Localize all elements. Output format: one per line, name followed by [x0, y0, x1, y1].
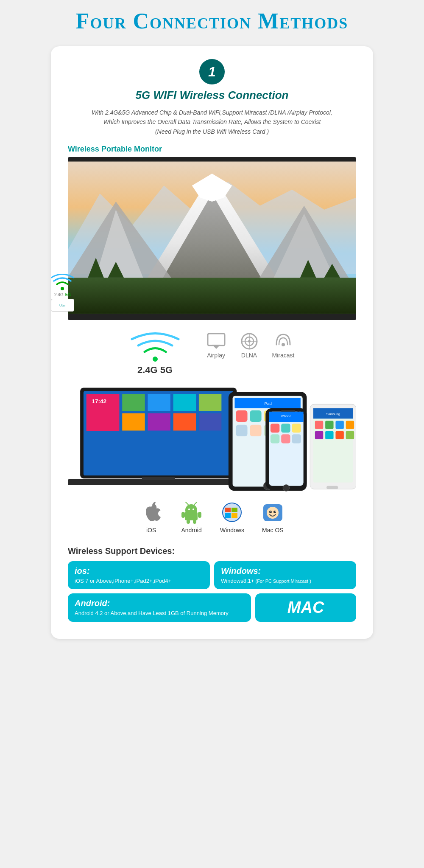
devices-mockup: 17:42 iPad [68, 382, 356, 492]
svg-point-100 [275, 511, 276, 512]
svg-point-23 [282, 343, 285, 346]
svg-rect-84 [185, 512, 198, 520]
support-ios-desc: iOS 7 or Above,iPhone+,iPad2+,iPod4+ [75, 578, 203, 584]
svg-rect-94 [232, 513, 237, 518]
svg-rect-62 [271, 434, 279, 443]
svg-rect-88 [193, 520, 196, 524]
support-row-bottom: Android: Android 4.2 or Above,and Have L… [68, 593, 356, 622]
svg-text:17:42: 17:42 [92, 399, 106, 405]
page-title: Four Connection Methods [51, 8, 373, 34]
svg-rect-36 [68, 479, 249, 485]
svg-rect-92 [232, 508, 237, 512]
support-mac-label: MAC [287, 598, 324, 617]
svg-text:iPhone: iPhone [281, 415, 291, 419]
os-windows: Windows [220, 501, 244, 534]
ios-label: iOS [146, 527, 156, 534]
wifi-24g-label: 2.4G [54, 292, 64, 297]
svg-line-83 [194, 502, 197, 505]
svg-rect-72 [335, 421, 343, 429]
monitor-image: 2.4G 5G Utar [68, 157, 356, 320]
svg-rect-87 [187, 520, 190, 524]
airplay-item: Airplay [206, 333, 226, 359]
svg-text:iPad: iPad [263, 401, 271, 406]
support-windows-title: Windows: [221, 566, 349, 576]
dlna-icon [239, 333, 259, 350]
svg-rect-54 [269, 412, 304, 486]
svg-point-97 [269, 511, 272, 513]
wifi-big-icon: 2.4G 5G [130, 329, 181, 376]
svg-rect-73 [346, 421, 354, 429]
svg-rect-31 [173, 394, 196, 411]
svg-point-65 [283, 485, 290, 492]
wifi-band-labels: 2.4G 5G [54, 292, 71, 297]
svg-point-14 [61, 287, 64, 290]
svg-rect-37 [142, 477, 175, 480]
wifi-usb-device: Utar [51, 299, 74, 312]
svg-rect-86 [198, 512, 201, 518]
dlna-label: DLNA [241, 352, 257, 359]
svg-point-99 [271, 511, 271, 512]
monitor-label: Wireless Portable Monitor [68, 145, 356, 154]
section-subtitle: 5G WIFI Wireless Connection [68, 89, 356, 102]
svg-rect-48 [250, 425, 261, 436]
os-ios: iOS [139, 501, 163, 534]
svg-rect-70 [315, 421, 323, 429]
svg-rect-85 [181, 512, 185, 518]
support-box-windows: Windows: Windows8.1+ (For PC Support Mir… [214, 561, 356, 589]
svg-rect-74 [315, 431, 323, 439]
support-ios-title: ios: [75, 566, 203, 576]
svg-rect-91 [225, 508, 231, 512]
svg-text:Samsung: Samsung [326, 412, 340, 416]
svg-rect-34 [199, 413, 221, 431]
svg-rect-33 [199, 394, 221, 411]
svg-rect-28 [122, 413, 145, 431]
support-windows-version: Windows8.1+ [221, 578, 254, 584]
support-android-title: Android: [75, 598, 244, 608]
support-windows-note: (For PC Support Miracast ) [254, 579, 311, 584]
svg-point-98 [273, 511, 276, 513]
section-1-card: 1 5G WIFI Wireless Connection With 2.4G&… [51, 46, 373, 639]
svg-rect-16 [208, 334, 225, 346]
protocol-icons: Airplay DLNA [206, 333, 295, 359]
wifi-signal-icon [51, 274, 74, 292]
section-number-wrapper: 1 [68, 59, 356, 84]
airplay-label: Airplay [207, 352, 225, 359]
devices-svg: 17:42 iPad [68, 382, 356, 492]
svg-point-81 [192, 508, 194, 510]
section-number-circle: 1 [199, 59, 225, 84]
support-windows-desc: Windows8.1+ (For PC Support Miracast ) [221, 578, 349, 584]
support-grid-top: ios: iOS 7 or Above,iPhone+,iPad2+,iPod4… [68, 561, 356, 589]
svg-rect-59 [271, 424, 279, 433]
svg-line-82 [186, 502, 188, 505]
svg-rect-42 [236, 410, 247, 422]
svg-point-96 [267, 507, 279, 519]
svg-rect-64 [292, 434, 301, 443]
svg-rect-63 [281, 434, 290, 443]
svg-marker-17 [212, 345, 220, 349]
os-android: Android [180, 501, 203, 534]
support-android-desc: Android 4.2 or Above,and Have Least 1GB … [75, 610, 244, 616]
svg-rect-43 [250, 410, 261, 422]
macos-label: Mac OS [262, 527, 284, 534]
macos-icon [261, 501, 285, 524]
android-label: Android [181, 527, 201, 534]
wifi-arcs-svg [130, 329, 181, 362]
wifi-5g-label: 5G [65, 292, 71, 297]
svg-rect-61 [292, 424, 301, 433]
support-box-android: Android: Android 4.2 or Above,and Have L… [68, 593, 251, 622]
wifi-device: 2.4G 5G Utar [51, 274, 74, 312]
os-icons-row: iOS [68, 501, 356, 534]
apple-icon [139, 501, 163, 524]
windows-label: Windows [220, 527, 244, 534]
wifi-band-label: 2.4G 5G [137, 365, 173, 376]
svg-rect-30 [148, 413, 170, 431]
support-box-ios: ios: iOS 7 or Above,iPhone+,iPad2+,iPod4… [68, 561, 210, 589]
svg-point-80 [188, 508, 190, 510]
miracast-icon [273, 333, 293, 350]
svg-rect-76 [335, 431, 343, 439]
dlna-item: DLNA [239, 333, 259, 359]
section-number-text: 1 [208, 64, 216, 80]
svg-rect-32 [173, 413, 196, 431]
svg-rect-93 [225, 513, 231, 518]
support-box-mac: MAC [255, 593, 356, 622]
